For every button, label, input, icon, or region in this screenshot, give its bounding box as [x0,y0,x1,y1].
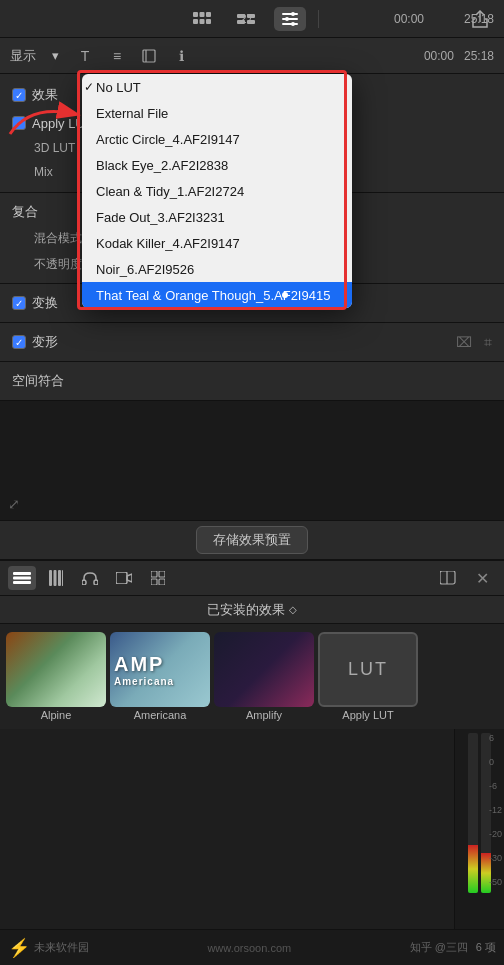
effects-checkbox[interactable]: ✓ [12,88,26,102]
apply-lut-thumb[interactable]: LUT [318,632,418,707]
transform2-checkbox[interactable]: ✓ [12,335,26,349]
svg-rect-3 [193,19,198,24]
text-icon[interactable]: T [75,46,95,66]
svg-rect-30 [159,571,165,577]
effect-item-apply-lut[interactable]: LUT Apply LUT [318,632,418,721]
store-area: 存储效果预置 [0,520,504,560]
svg-rect-19 [13,572,31,575]
audio-meter: 6 0 -6 -12 -20 -30 -50 [454,729,504,929]
footer: ⚡ 未来软件园 www.orsoon.com 知乎 @三四 6 项 [0,929,504,965]
grid3-view-btn[interactable] [186,7,218,31]
meter-labels: 6 0 -6 -12 -20 -30 -50 [489,733,502,887]
amplify-thumb[interactable] [214,632,314,707]
lut-item-external[interactable]: External File [82,100,352,126]
sliders-view-btn[interactable] [274,7,306,31]
svg-rect-20 [13,577,31,580]
preview-area: ⤢ [0,401,504,520]
time-duration: 25:18 [464,12,494,26]
transform2-section: ✓ 变形 ⌧ ⌗ [0,323,504,362]
lut-item-arctic[interactable]: Arctic Circle_4.AF2I9147 [82,126,352,152]
inspector-header: 显示 ▾ T ≡ ℹ 00:00 25:18 [0,38,504,74]
close-icon[interactable]: ✕ [468,566,496,590]
effect-item-alpine[interactable]: Alpine [6,632,106,721]
svg-rect-14 [285,17,289,21]
resize-icon[interactable] [434,566,462,590]
lut-item-clean[interactable]: Clean & Tidy_1.AF2I2724 [82,178,352,204]
toolbar-separator [318,10,319,28]
americana-thumb[interactable]: AMP Americana [110,632,210,707]
apply-lut-checkbox[interactable]: ✓ [12,116,26,130]
footer-right-text: 知乎 @三四 [410,940,468,955]
logo-icon: ⚡ [8,937,30,959]
effects-label: 效果 [32,86,58,104]
box-icon[interactable] [139,46,159,66]
svg-rect-31 [151,579,157,585]
time-pos: 00:00 [424,49,454,63]
grid-icon[interactable] [144,566,172,590]
main-area: 显示 ▾ T ≡ ℹ 00:00 25:18 ✓ 效果 ✓ [0,38,504,965]
apply-lut-label: Apply LUT [342,709,393,721]
lut-item-fade[interactable]: Fade Out_3.AF2I3231 [82,204,352,230]
effects-grid: Alpine AMP Americana Americana Amplify [0,624,504,729]
spatial-label: 空间符合 [12,372,64,390]
headphones-icon[interactable] [76,566,104,590]
sort-icon[interactable]: ◇ [289,604,297,615]
lut-item-black-eye[interactable]: Black Eye_2.AF2I2838 [82,152,352,178]
transform-icon[interactable]: ⌗ [484,334,492,351]
bottom-area: 6 0 -6 -12 -20 -30 -50 [0,729,504,929]
svg-rect-10 [282,13,298,15]
svg-rect-15 [291,22,295,26]
effects-toolbar: ✕ [0,560,504,596]
effect-item-americana[interactable]: AMP Americana Americana [110,632,210,721]
svg-rect-12 [282,23,298,25]
store-effects-btn[interactable]: 存储效果预置 [196,526,308,554]
footer-right: 知乎 @三四 6 项 [410,940,496,955]
display-dropdown[interactable]: ▾ [52,48,59,63]
svg-rect-28 [116,572,127,584]
effects-browser-title: 已安装的效果 [207,601,285,619]
svg-rect-0 [193,12,198,17]
effect-item-amplify[interactable]: Amplify [214,632,314,721]
effects-left [0,729,454,929]
spatial-section: 空间符合 [0,362,504,401]
svg-rect-1 [199,12,204,17]
svg-rect-25 [62,570,63,586]
expand-icon[interactable]: ⤢ [8,496,20,512]
svg-rect-5 [206,19,211,24]
video-icon[interactable] [110,566,138,590]
composite-label: 复合 [12,203,38,221]
lut-item-teal[interactable]: That Teal & Orange Though_5.AF2I9415 [82,282,352,308]
display-label: 显示 [10,47,36,65]
effects-panel: ✓ 效果 ✓ Apply LUT 3D LUT Mix ✓ No LUT Ex [0,74,504,193]
footer-logo: ⚡ 未来软件园 [8,937,89,959]
svg-rect-24 [58,570,61,586]
svg-rect-27 [94,580,98,585]
bars-v-icon[interactable] [42,566,70,590]
svg-rect-11 [282,18,298,20]
svg-rect-13 [291,12,295,16]
lut-item-kodak[interactable]: Kodak Killer_4.AF2I9147 [82,230,352,256]
lut-item-noir[interactable]: Noir_6.AF2I9526 [82,256,352,282]
svg-rect-22 [49,570,52,586]
svg-rect-2 [206,12,211,17]
lut-item-no-lut[interactable]: ✓ No LUT [82,74,352,100]
info-icon[interactable]: ℹ [171,46,191,66]
amplify-label: Amplify [246,709,282,721]
svg-rect-23 [54,570,57,586]
effects-browser-header: 已安装的效果 ◇ [0,596,504,624]
svg-rect-32 [159,579,165,585]
svg-rect-21 [13,581,31,584]
logo-text: 未来软件园 [34,940,89,955]
left-panel: 显示 ▾ T ≡ ℹ 00:00 25:18 ✓ 效果 ✓ [0,38,504,965]
svg-rect-26 [82,580,86,585]
top-toolbar: 27 00:00 25:18 [0,0,504,38]
svg-rect-29 [151,571,157,577]
lut-dropdown: ✓ No LUT External File Arctic Circle_4.A… [82,74,352,308]
footer-count: 6 项 [476,940,496,955]
opacity-label: 不透明度 [12,256,82,273]
list-icon[interactable]: ≡ [107,46,127,66]
crop-icon[interactable]: ⌧ [456,334,472,350]
alpine-thumb[interactable] [6,632,106,707]
transform-checkbox[interactable]: ✓ [12,296,26,310]
bars-h-icon[interactable] [8,566,36,590]
